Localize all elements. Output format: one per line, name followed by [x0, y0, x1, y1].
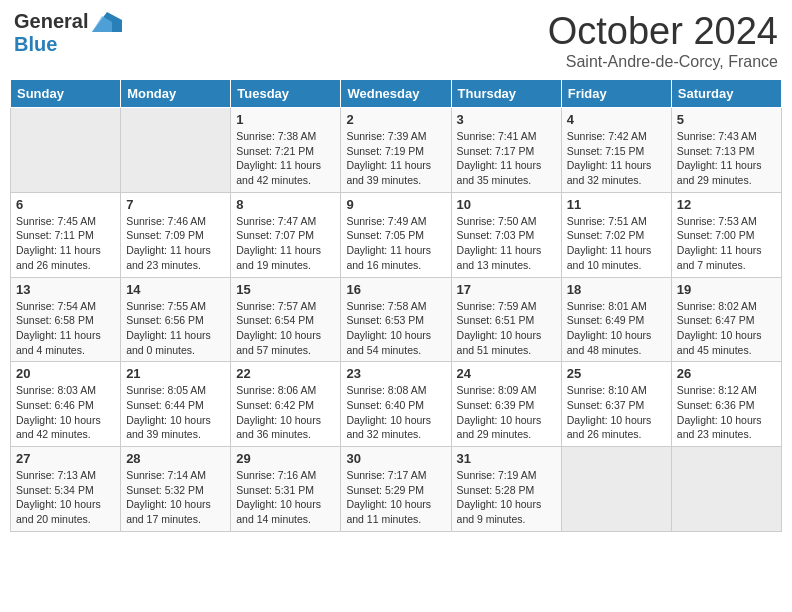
day-detail: Sunrise: 7:51 AMSunset: 7:02 PMDaylight:… — [567, 214, 666, 273]
calendar-day-cell: 9Sunrise: 7:49 AMSunset: 7:05 PMDaylight… — [341, 192, 451, 277]
day-number: 4 — [567, 112, 666, 127]
day-detail: Sunrise: 7:47 AMSunset: 7:07 PMDaylight:… — [236, 214, 335, 273]
page-header: General Blue October 2024 Saint-Andre-de… — [10, 10, 782, 71]
calendar-week-row: 1Sunrise: 7:38 AMSunset: 7:21 PMDaylight… — [11, 108, 782, 193]
calendar-day-cell: 5Sunrise: 7:43 AMSunset: 7:13 PMDaylight… — [671, 108, 781, 193]
day-number: 29 — [236, 451, 335, 466]
day-detail: Sunrise: 7:41 AMSunset: 7:17 PMDaylight:… — [457, 129, 556, 188]
calendar-header-sunday: Sunday — [11, 80, 121, 108]
calendar-day-cell: 1Sunrise: 7:38 AMSunset: 7:21 PMDaylight… — [231, 108, 341, 193]
day-number: 20 — [16, 366, 115, 381]
calendar-day-cell: 4Sunrise: 7:42 AMSunset: 7:15 PMDaylight… — [561, 108, 671, 193]
calendar-day-cell: 14Sunrise: 7:55 AMSunset: 6:56 PMDayligh… — [121, 277, 231, 362]
day-number: 5 — [677, 112, 776, 127]
day-number: 15 — [236, 282, 335, 297]
calendar-day-cell: 17Sunrise: 7:59 AMSunset: 6:51 PMDayligh… — [451, 277, 561, 362]
day-detail: Sunrise: 8:06 AMSunset: 6:42 PMDaylight:… — [236, 383, 335, 442]
day-number: 28 — [126, 451, 225, 466]
day-detail: Sunrise: 7:42 AMSunset: 7:15 PMDaylight:… — [567, 129, 666, 188]
day-detail: Sunrise: 7:53 AMSunset: 7:00 PMDaylight:… — [677, 214, 776, 273]
calendar-table: SundayMondayTuesdayWednesdayThursdayFrid… — [10, 79, 782, 532]
day-detail: Sunrise: 8:09 AMSunset: 6:39 PMDaylight:… — [457, 383, 556, 442]
day-detail: Sunrise: 7:19 AMSunset: 5:28 PMDaylight:… — [457, 468, 556, 527]
calendar-day-cell: 20Sunrise: 8:03 AMSunset: 6:46 PMDayligh… — [11, 362, 121, 447]
day-number: 12 — [677, 197, 776, 212]
day-detail: Sunrise: 7:17 AMSunset: 5:29 PMDaylight:… — [346, 468, 445, 527]
day-detail: Sunrise: 7:45 AMSunset: 7:11 PMDaylight:… — [16, 214, 115, 273]
day-number: 16 — [346, 282, 445, 297]
day-number: 7 — [126, 197, 225, 212]
calendar-day-cell: 24Sunrise: 8:09 AMSunset: 6:39 PMDayligh… — [451, 362, 561, 447]
day-detail: Sunrise: 8:03 AMSunset: 6:46 PMDaylight:… — [16, 383, 115, 442]
calendar-day-cell — [11, 108, 121, 193]
calendar-header-thursday: Thursday — [451, 80, 561, 108]
calendar-day-cell: 19Sunrise: 8:02 AMSunset: 6:47 PMDayligh… — [671, 277, 781, 362]
day-number: 21 — [126, 366, 225, 381]
day-detail: Sunrise: 7:55 AMSunset: 6:56 PMDaylight:… — [126, 299, 225, 358]
calendar-day-cell: 8Sunrise: 7:47 AMSunset: 7:07 PMDaylight… — [231, 192, 341, 277]
calendar-week-row: 6Sunrise: 7:45 AMSunset: 7:11 PMDaylight… — [11, 192, 782, 277]
calendar-day-cell: 28Sunrise: 7:14 AMSunset: 5:32 PMDayligh… — [121, 447, 231, 532]
calendar-day-cell: 3Sunrise: 7:41 AMSunset: 7:17 PMDaylight… — [451, 108, 561, 193]
calendar-day-cell: 22Sunrise: 8:06 AMSunset: 6:42 PMDayligh… — [231, 362, 341, 447]
day-number: 18 — [567, 282, 666, 297]
calendar-day-cell: 16Sunrise: 7:58 AMSunset: 6:53 PMDayligh… — [341, 277, 451, 362]
calendar-day-cell: 12Sunrise: 7:53 AMSunset: 7:00 PMDayligh… — [671, 192, 781, 277]
logo-icon — [92, 12, 122, 32]
day-detail: Sunrise: 7:13 AMSunset: 5:34 PMDaylight:… — [16, 468, 115, 527]
calendar-day-cell: 27Sunrise: 7:13 AMSunset: 5:34 PMDayligh… — [11, 447, 121, 532]
day-detail: Sunrise: 7:54 AMSunset: 6:58 PMDaylight:… — [16, 299, 115, 358]
calendar-day-cell: 7Sunrise: 7:46 AMSunset: 7:09 PMDaylight… — [121, 192, 231, 277]
calendar-week-row: 20Sunrise: 8:03 AMSunset: 6:46 PMDayligh… — [11, 362, 782, 447]
day-detail: Sunrise: 7:16 AMSunset: 5:31 PMDaylight:… — [236, 468, 335, 527]
day-number: 6 — [16, 197, 115, 212]
month-title: October 2024 — [548, 10, 778, 53]
calendar-day-cell — [121, 108, 231, 193]
title-block: October 2024 Saint-Andre-de-Corcy, Franc… — [548, 10, 778, 71]
calendar-day-cell: 26Sunrise: 8:12 AMSunset: 6:36 PMDayligh… — [671, 362, 781, 447]
day-detail: Sunrise: 7:46 AMSunset: 7:09 PMDaylight:… — [126, 214, 225, 273]
day-number: 31 — [457, 451, 556, 466]
calendar-day-cell: 6Sunrise: 7:45 AMSunset: 7:11 PMDaylight… — [11, 192, 121, 277]
day-number: 19 — [677, 282, 776, 297]
day-detail: Sunrise: 8:02 AMSunset: 6:47 PMDaylight:… — [677, 299, 776, 358]
calendar-header-friday: Friday — [561, 80, 671, 108]
logo-blue-text: Blue — [14, 33, 57, 56]
day-number: 22 — [236, 366, 335, 381]
day-number: 2 — [346, 112, 445, 127]
day-number: 8 — [236, 197, 335, 212]
day-detail: Sunrise: 7:49 AMSunset: 7:05 PMDaylight:… — [346, 214, 445, 273]
day-detail: Sunrise: 8:01 AMSunset: 6:49 PMDaylight:… — [567, 299, 666, 358]
day-number: 17 — [457, 282, 556, 297]
day-detail: Sunrise: 7:38 AMSunset: 7:21 PMDaylight:… — [236, 129, 335, 188]
calendar-header-saturday: Saturday — [671, 80, 781, 108]
day-number: 25 — [567, 366, 666, 381]
day-number: 13 — [16, 282, 115, 297]
calendar-day-cell: 10Sunrise: 7:50 AMSunset: 7:03 PMDayligh… — [451, 192, 561, 277]
day-detail: Sunrise: 7:59 AMSunset: 6:51 PMDaylight:… — [457, 299, 556, 358]
location-title: Saint-Andre-de-Corcy, France — [548, 53, 778, 71]
day-number: 3 — [457, 112, 556, 127]
day-detail: Sunrise: 8:10 AMSunset: 6:37 PMDaylight:… — [567, 383, 666, 442]
day-number: 24 — [457, 366, 556, 381]
day-detail: Sunrise: 7:14 AMSunset: 5:32 PMDaylight:… — [126, 468, 225, 527]
day-number: 9 — [346, 197, 445, 212]
calendar-week-row: 27Sunrise: 7:13 AMSunset: 5:34 PMDayligh… — [11, 447, 782, 532]
calendar-day-cell: 31Sunrise: 7:19 AMSunset: 5:28 PMDayligh… — [451, 447, 561, 532]
calendar-header-wednesday: Wednesday — [341, 80, 451, 108]
day-detail: Sunrise: 8:08 AMSunset: 6:40 PMDaylight:… — [346, 383, 445, 442]
calendar-day-cell: 18Sunrise: 8:01 AMSunset: 6:49 PMDayligh… — [561, 277, 671, 362]
day-number: 23 — [346, 366, 445, 381]
calendar-day-cell: 15Sunrise: 7:57 AMSunset: 6:54 PMDayligh… — [231, 277, 341, 362]
day-detail: Sunrise: 7:50 AMSunset: 7:03 PMDaylight:… — [457, 214, 556, 273]
calendar-day-cell: 13Sunrise: 7:54 AMSunset: 6:58 PMDayligh… — [11, 277, 121, 362]
day-number: 30 — [346, 451, 445, 466]
calendar-day-cell — [561, 447, 671, 532]
day-number: 10 — [457, 197, 556, 212]
day-number: 1 — [236, 112, 335, 127]
calendar-day-cell: 23Sunrise: 8:08 AMSunset: 6:40 PMDayligh… — [341, 362, 451, 447]
day-detail: Sunrise: 8:12 AMSunset: 6:36 PMDaylight:… — [677, 383, 776, 442]
calendar-day-cell: 29Sunrise: 7:16 AMSunset: 5:31 PMDayligh… — [231, 447, 341, 532]
calendar-header-tuesday: Tuesday — [231, 80, 341, 108]
calendar-week-row: 13Sunrise: 7:54 AMSunset: 6:58 PMDayligh… — [11, 277, 782, 362]
